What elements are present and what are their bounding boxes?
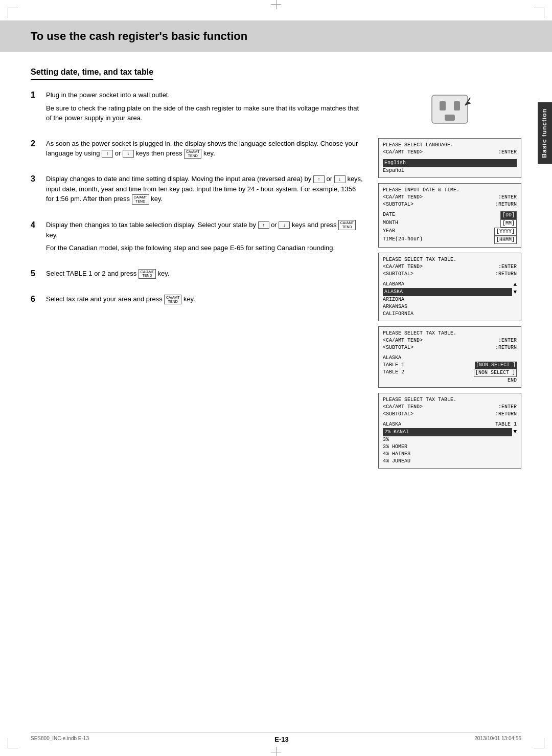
step-3: 3 Display changes to date and time setti… <box>31 174 363 207</box>
dp5-rates: 2% KANAI 3% 3% HOMER 4% <box>383 428 517 465</box>
key-up-3: ↑ <box>313 175 325 183</box>
page-number: E-13 <box>274 736 288 743</box>
dp3-california: CALIFORNIA <box>383 310 512 318</box>
step-4-num: 4 <box>31 220 41 230</box>
display-tax1: PLEASE SELECT TAX TABLE. <CA/AMT TEND> :… <box>378 253 521 321</box>
dp1-line1: PLEASE SELECT LANGUAGE. <box>383 142 517 149</box>
step-6-content: Select tax rate and your area and press … <box>46 294 363 307</box>
section-heading: Setting date, time, and tax table <box>31 68 153 80</box>
dp4-table2-row: TABLE 2 [NON SELECT ] <box>383 369 517 377</box>
key-ca-amt-6: CA/AMTTEND <box>164 295 181 304</box>
dp2-line1: PLEASE INPUT DATE & TIME. <box>383 187 517 194</box>
dp4-end: END <box>383 377 517 384</box>
plug-svg <box>417 90 483 131</box>
dp2-month-row: MONTH [MM] <box>383 219 517 228</box>
left-col: 1 Plug in the power socket into a wall o… <box>31 90 363 474</box>
dp4-table1-row: TABLE 1 [NON SELECT ] <box>383 362 517 369</box>
step-6-main: Select tax rate and your area and press <box>46 295 163 303</box>
step-5-content: Select TABLE 1 or 2 and press CA/AMTTEND… <box>46 269 363 282</box>
dp2-time-val: [HHMM] <box>494 236 517 244</box>
dp2-year-row: YEAR [YYYY] <box>383 228 517 236</box>
key-ca-amt-5: CA/AMTTEND <box>139 269 156 279</box>
dp4-line1: PLEASE SELECT TAX TABLE. <box>383 330 517 337</box>
dp5-row3: 3% HOMER <box>383 443 512 451</box>
step-3-num: 3 <box>31 174 41 184</box>
dp3-scrollbar: ▲ ▼ <box>512 281 517 297</box>
dp3-alabama: ALABAMA <box>383 281 512 288</box>
step-5-end: key. <box>158 270 170 277</box>
footer-right: 2013/10/01 13:04:55 <box>474 736 521 743</box>
step-2-main: As soon as the power socket is plugged i… <box>46 140 358 158</box>
step-4-detail2: For the Canadian model, skip the followi… <box>46 243 363 253</box>
dp5-line2: <CA/AMT TEND> :ENTER <box>383 404 517 411</box>
side-tab: Basic function <box>538 102 552 164</box>
footer-left: SES800_INC-e.indb E-13 <box>31 736 89 743</box>
dp2-date-val: [DD] <box>500 211 517 219</box>
step-6: 6 Select tax rate and your area and pres… <box>31 294 363 307</box>
key-up-2: ↑ <box>102 150 113 158</box>
dp1-english: English <box>383 159 517 167</box>
dp4-table1-val: [NON SELECT ] <box>475 362 517 369</box>
step-3-main: Display changes to date and time setting… <box>46 175 311 183</box>
step-4-main: Display then changes to tax table select… <box>46 221 256 229</box>
step-2-end: key. <box>203 149 215 157</box>
svg-rect-1 <box>440 101 446 110</box>
step-2-keys-press: keys then press <box>136 149 182 157</box>
dp2-time-row: TIME(24-hour) [HHMM] <box>383 236 517 244</box>
step-5-text: Select TABLE 1 or 2 and press CA/AMTTEND… <box>46 269 363 279</box>
title-bar: To use the cash register's basic functio… <box>0 20 552 52</box>
step-5: 5 Select TABLE 1 or 2 and press CA/AMTTE… <box>31 269 363 282</box>
step-2-content: As soon as the power socket is plugged i… <box>46 139 363 162</box>
step-4: 4 Display then changes to tax table sele… <box>31 220 363 256</box>
step-5-num: 5 <box>31 269 41 278</box>
corner-mark-tl <box>8 8 18 18</box>
dp2-year-val: [YYYY] <box>494 228 517 236</box>
step-1-main: Plug in the power socket into a wall out… <box>46 90 363 100</box>
key-down-4: ↓ <box>279 221 290 229</box>
dp2-line2: <CA/AMT TEND> :ENTER <box>383 194 517 201</box>
dp1-espanol: Español <box>383 167 517 174</box>
step-1-content: Plug in the power socket into a wall out… <box>46 90 363 126</box>
key-down-2: ↓ <box>123 150 134 158</box>
key-down-3: ↓ <box>334 175 346 183</box>
display-tax2: PLEASE SELECT TAX TABLE. <CA/AMT TEND> :… <box>378 326 521 388</box>
corner-mark-bl <box>8 738 18 748</box>
step-3-end: key. <box>151 195 163 203</box>
dp5-scroll-down: ▼ <box>512 428 517 436</box>
display-datetime: PLEASE INPUT DATE & TIME. <CA/AMT TEND> … <box>378 183 521 248</box>
step-2-text: As soon as the power socket is plugged i… <box>46 139 363 159</box>
dp3-arkansas: ARKANSAS <box>383 303 512 310</box>
step-4-text: Display then changes to tax table select… <box>46 220 363 240</box>
step-1-num: 1 <box>31 91 41 100</box>
page-footer: SES800_INC-e.indb E-13 E-13 2013/10/01 1… <box>31 732 521 743</box>
dp3-line2: <CA/AMT TEND> :ENTER <box>383 263 517 271</box>
dp2-line3: <SUBTOTAL> :RETURN <box>383 201 517 208</box>
dp3-arizona: ARIZONA <box>383 296 512 303</box>
dp3-line1: PLEASE SELECT TAX TABLE. <box>383 256 517 263</box>
dp3-alaska: ALASKA <box>383 288 512 296</box>
key-ca-amt-2: CA/AMTTEND <box>184 149 201 159</box>
svg-rect-3 <box>445 115 455 121</box>
dp4-table2-val: [NON SELECT ] <box>474 369 517 377</box>
key-ca-amt-4: CA/AMTTEND <box>338 220 356 230</box>
step-4-keys-press: keys and press <box>292 221 336 229</box>
dp5-header: ALASKA TABLE 1 <box>383 421 517 428</box>
dp1-line2: <CA/AMT TEND> :ENTER <box>383 149 517 156</box>
step-6-text: Select tax rate and your area and press … <box>46 294 363 304</box>
dp3-line3: <SUBTOTAL> :RETURN <box>383 271 517 278</box>
dp2-date-row: DATE [DD] <box>383 211 517 219</box>
step-2-num: 2 <box>31 139 41 148</box>
dp5-row4: 4% HAINES <box>383 451 512 458</box>
dp5-line3: <SUBTOTAL> :RETURN <box>383 411 517 418</box>
step-6-num: 6 <box>31 295 41 304</box>
dp4-state: ALASKA <box>383 354 517 362</box>
plug-image <box>378 90 521 133</box>
step-1: 1 Plug in the power socket into a wall o… <box>31 90 363 126</box>
step-5-main: Select TABLE 1 or 2 and press <box>46 270 136 277</box>
step-3-content: Display changes to date and time setting… <box>46 174 363 207</box>
scroll-down-icon: ▼ <box>513 288 517 296</box>
dp5-line1: PLEASE SELECT TAX TABLE. <box>383 396 517 404</box>
dp3-states: ALABAMA ALASKA ARIZONA ARKANSAS CALIFORN… <box>383 281 517 318</box>
dp2-month-val: [MM] <box>500 219 517 228</box>
dp5-row2: 3% <box>383 436 512 443</box>
